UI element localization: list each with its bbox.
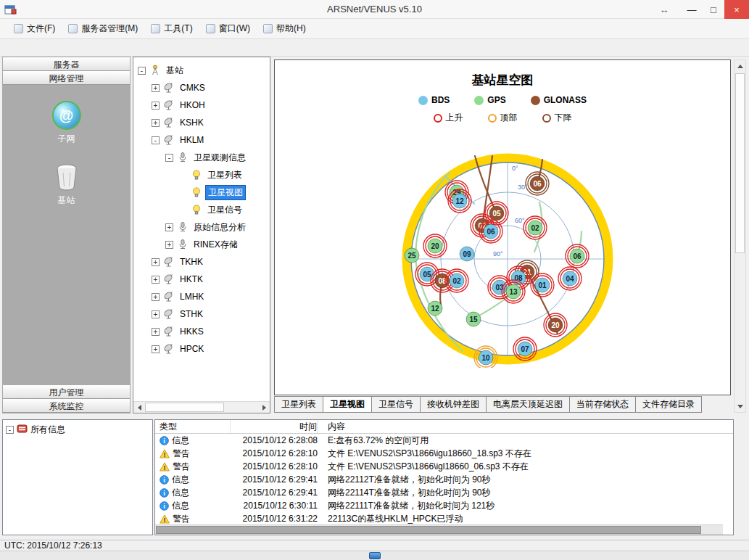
tree-item-原始信息分析[interactable]: +原始信息分析 (133, 218, 270, 236)
tree-item-HKLM[interactable]: -HKLM (133, 131, 270, 149)
log-time-cell: 2015/10/12 6:29:41 (231, 487, 318, 498)
expand-icon[interactable]: + (152, 328, 160, 336)
svg-text:!: ! (164, 464, 166, 471)
tab-文件存储目录[interactable]: 文件存储目录 (635, 396, 702, 413)
tree-item-RINEX存储[interactable]: +RINEX存储 (133, 236, 270, 253)
main-vertical-scrollbar[interactable] (734, 59, 746, 413)
mic-icon (176, 152, 189, 163)
expand-icon[interactable]: + (152, 293, 160, 301)
tree-item-label: 卫星信号 (205, 203, 244, 217)
log-type-cell: !警告 (155, 513, 231, 525)
tab-卫星信号[interactable]: 卫星信号 (371, 396, 421, 413)
message-region: - 所有信息 类型时间内容 i信息2015/10/12 6:28:08E:盘有6… (0, 415, 749, 538)
messages-icon (17, 424, 28, 436)
dish-icon (162, 134, 175, 146)
log-row[interactable]: !警告2015/10/12 6:31:2222113C的基线HKLM_HPCK已… (155, 512, 733, 525)
svg-text:09: 09 (463, 250, 471, 258)
log-row[interactable]: !警告2015/10/12 6:28:10文件 E:\VENUS2\SP3\18… (155, 460, 733, 473)
menu-item-工具(T)[interactable]: 工具(T) (144, 20, 199, 38)
subnet-globe-icon: @ (52, 101, 81, 130)
elevation-label: 0° (512, 165, 518, 172)
menu-item-label: 服务器管理(M) (81, 22, 138, 35)
log-row[interactable]: i信息2015/10/12 6:30:11网络22111T准备就绪，初始化时间为… (155, 499, 733, 512)
log-row[interactable]: i信息2015/10/12 6:29:41网络22114T准备就绪，初始化时间为… (155, 486, 733, 499)
sidebar-groups-bottom: 用户管理系统监控 (3, 385, 130, 413)
tree-item-HKKS[interactable]: +HKKS (133, 323, 270, 340)
log-type-cell: i信息 (155, 474, 231, 486)
menu-item-窗口(W)[interactable]: 窗口(W) (199, 20, 257, 38)
tree-item-卫星信号[interactable]: 卫星信号 (133, 201, 270, 218)
tree-item-TKHK[interactable]: +TKHK (133, 253, 270, 271)
tree-item-HKTK[interactable]: +HKTK (133, 271, 270, 288)
log-type-cell: !警告 (155, 448, 231, 460)
menu-item-服务器管理(M)[interactable]: 服务器管理(M) (62, 20, 144, 38)
tree-item-label: 卫星列表 (205, 168, 244, 182)
scrollbar-thumb[interactable] (145, 403, 224, 412)
expander-collapse-icon[interactable]: - (6, 426, 14, 434)
expand-icon[interactable]: + (152, 276, 160, 284)
maximize-button[interactable]: □ (703, 0, 724, 19)
scroll-right-icon[interactable] (258, 402, 270, 413)
tree-horizontal-scrollbar[interactable] (133, 401, 270, 413)
tree-item-STHK[interactable]: +STHK (133, 305, 270, 323)
menu-item-label: 窗口(W) (219, 22, 250, 35)
tree-item-KSHK[interactable]: +KSHK (133, 114, 270, 131)
collapse-icon[interactable]: - (138, 67, 146, 75)
station-tree: -基站+CMKS+HKOH+KSHK-HKLM-卫星观测信息卫星列表卫星视图卫星… (133, 57, 270, 358)
sidebar-shortcut-基站[interactable]: 基站 (55, 164, 78, 207)
expand-icon[interactable]: + (152, 258, 160, 266)
main-region: 服务器网络管理 @子网基站 用户管理系统监控 -基站+CMKS+HKOH+KSH… (0, 57, 749, 413)
tab-卫星视图[interactable]: 卫星视图 (323, 396, 372, 413)
message-tree-root[interactable]: - 所有信息 (6, 424, 149, 436)
close-button[interactable]: × (724, 0, 749, 19)
log-type-label: 信息 (172, 474, 189, 486)
tree-item-CMKS[interactable]: +CMKS (133, 79, 270, 96)
tree-item-HPCK[interactable]: +HPCK (133, 340, 270, 358)
sidebar-group-服务器[interactable]: 服务器 (3, 57, 130, 71)
scrollbar-track[interactable] (145, 402, 258, 413)
minimize-button[interactable]: — (681, 0, 703, 19)
svg-text:15: 15 (469, 316, 478, 324)
tab-卫星列表[interactable]: 卫星列表 (274, 396, 323, 413)
scrollbar-thumb[interactable] (156, 526, 701, 534)
expand-icon[interactable]: + (152, 119, 160, 127)
svg-text:!: ! (164, 450, 166, 458)
elevation-label: 60° (515, 217, 525, 224)
expand-icon[interactable]: + (152, 102, 160, 110)
scroll-left-icon[interactable] (133, 402, 145, 413)
arrange-windows-icon[interactable]: ↔ (647, 0, 681, 19)
expand-icon[interactable]: + (152, 84, 160, 92)
collapse-icon[interactable]: - (152, 136, 160, 144)
sidebar-shortcut-子网[interactable]: @子网 (52, 101, 81, 145)
scrollbar-track[interactable] (734, 73, 745, 400)
sidebar-group-系统监控[interactable]: 系统监控 (3, 399, 130, 413)
scrollbar-thumb[interactable] (735, 73, 745, 253)
expand-icon[interactable]: + (152, 345, 160, 353)
tree-item-卫星列表[interactable]: 卫星列表 (133, 166, 270, 184)
legend-state-下降: 下降 (542, 112, 572, 124)
log-row[interactable]: i信息2015/10/12 6:28:08E:盘有63.72% 的空间可用 (155, 434, 733, 447)
tree-item-LMHK[interactable]: +LMHK (133, 288, 270, 305)
tree-item-基站[interactable]: -基站 (133, 62, 270, 79)
log-row[interactable]: i信息2015/10/12 6:29:41网络22112T准备就绪，初始化时间为… (155, 473, 733, 486)
menu-item-文件(F)[interactable]: 文件(F) (7, 20, 62, 38)
menu-item-帮助(H)[interactable]: 帮助(H) (257, 20, 313, 38)
sidebar-group-网络管理[interactable]: 网络管理 (3, 71, 130, 85)
tree-item-卫星视图[interactable]: 卫星视图 (133, 184, 270, 201)
tree-item-HKOH[interactable]: +HKOH (133, 96, 270, 114)
tree-item-卫星观测信息[interactable]: -卫星观测信息 (133, 149, 270, 166)
expand-icon[interactable]: + (165, 241, 173, 249)
tab-接收机钟差图[interactable]: 接收机钟差图 (420, 396, 487, 413)
log-horizontal-scrollbar[interactable] (155, 524, 723, 535)
scroll-down-icon[interactable] (734, 400, 745, 412)
sidebar-group-用户管理[interactable]: 用户管理 (3, 385, 130, 399)
tab-当前存储状态[interactable]: 当前存储状态 (569, 396, 636, 413)
scroll-up-icon[interactable] (734, 60, 745, 72)
log-row[interactable]: !警告2015/10/12 6:28:10文件 E:\VENUS2\SP3\18… (155, 447, 733, 460)
taskbar-app-icon[interactable] (369, 552, 381, 559)
collapse-icon[interactable]: - (165, 154, 173, 162)
expand-icon[interactable]: + (165, 223, 173, 231)
tab-电离层天顶延迟图[interactable]: 电离层天顶延迟图 (486, 396, 570, 413)
expand-icon[interactable]: + (152, 310, 160, 318)
tree-item-label: HKLM (178, 134, 206, 146)
